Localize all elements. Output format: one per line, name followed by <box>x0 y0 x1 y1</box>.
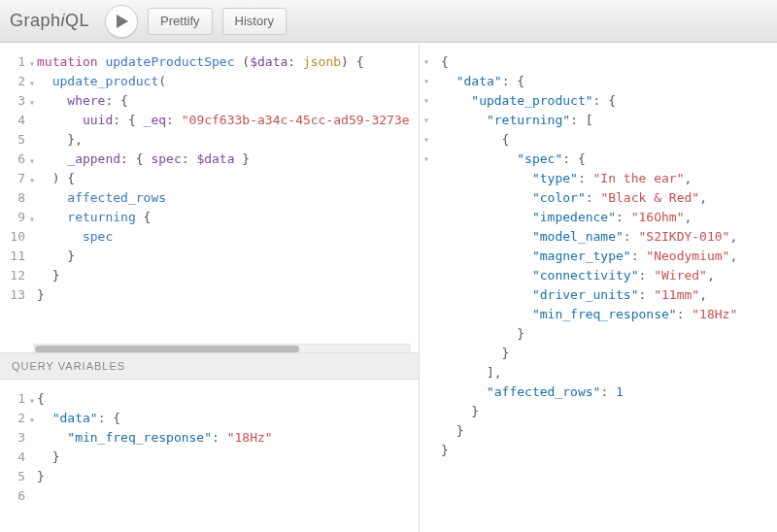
toolbar: GraphiQL Prettify History <box>0 0 777 43</box>
code-line: "min_freq_response": "18Hz" <box>441 305 769 324</box>
fold-marker-icon <box>420 285 433 305</box>
line-number: 6 <box>0 486 29 506</box>
code-line: } <box>441 344 769 363</box>
fold-marker-icon[interactable]: ▾ <box>420 52 433 72</box>
code-line: } <box>441 324 769 344</box>
fold-marker-icon[interactable]: ▾ <box>420 150 433 169</box>
code-line: { <box>441 52 769 72</box>
query-variables-header[interactable]: Query Variables <box>0 352 419 380</box>
code-line: where: { <box>37 91 419 111</box>
line-number: 7 <box>0 169 29 188</box>
code-line: ], <box>441 363 769 382</box>
editor-panel: 1▾2▾3▾456▾7▾89▾10111213 mutation updateP… <box>0 43 420 532</box>
line-number: 1 <box>0 52 29 72</box>
result-code: { "data": { "update_product": { "returni… <box>433 43 777 532</box>
line-number: 3 <box>0 91 29 111</box>
fold-marker-icon[interactable]: ▾ <box>29 54 35 74</box>
code-line: } <box>37 448 419 467</box>
query-editor[interactable]: 1▾2▾3▾456▾7▾89▾10111213 mutation updateP… <box>0 43 419 344</box>
code-line: } <box>37 285 419 305</box>
code-line: } <box>37 266 419 285</box>
line-number: 9 <box>0 208 29 227</box>
code-line: } <box>441 421 769 441</box>
fold-marker-icon <box>420 402 433 421</box>
code-line: ) { <box>37 169 419 188</box>
line-number: 5 <box>0 467 29 486</box>
fold-marker-icon[interactable]: ▾ <box>420 130 433 150</box>
fold-marker-icon[interactable]: ▾ <box>420 72 433 91</box>
line-number: 13 <box>0 285 29 305</box>
line-number: 3 <box>0 428 29 448</box>
line-number: 11 <box>0 247 29 266</box>
code-line: { <box>441 130 769 150</box>
code-line: } <box>441 402 769 421</box>
result-fold-gutter: ▾▾▾▾▾▾ <box>420 43 433 532</box>
fold-marker-icon <box>420 305 433 324</box>
code-line: "returning": [ <box>441 111 769 130</box>
line-number: 8 <box>0 188 29 208</box>
code-line: "model_name": "S2IKDY-010", <box>441 227 769 247</box>
fold-marker-icon[interactable]: ▾ <box>29 391 35 411</box>
fold-marker-icon[interactable]: ▾ <box>29 151 35 171</box>
code-line: "color": "Black & Red", <box>441 188 769 208</box>
fold-marker-icon[interactable]: ▾ <box>29 411 35 430</box>
code-line: } <box>37 467 419 486</box>
fold-marker-icon[interactable]: ▾ <box>420 91 433 111</box>
code-line: spec <box>37 227 419 247</box>
prettify-button[interactable]: Prettify <box>148 8 212 35</box>
code-line: "affected_rows": 1 <box>441 382 769 402</box>
graphiql-logo: GraphiQL <box>10 11 95 31</box>
query-hscrollbar[interactable] <box>33 344 411 352</box>
fold-marker-icon <box>420 169 433 188</box>
fold-marker-icon[interactable]: ▾ <box>29 74 35 93</box>
fold-marker-icon <box>420 324 433 344</box>
vars-gutter: 1▾2▾3456 <box>0 380 31 532</box>
fold-marker-icon[interactable]: ▾ <box>420 111 433 130</box>
query-code[interactable]: mutation updateProductSpec ($data: jsonb… <box>31 43 419 344</box>
line-number: 6 <box>0 150 29 169</box>
fold-marker-icon <box>420 363 433 382</box>
fold-marker-icon <box>420 208 433 227</box>
code-line: "min_freq_response": "18Hz" <box>37 428 419 448</box>
line-number: 4 <box>0 448 29 467</box>
line-number: 2 <box>0 72 29 91</box>
code-line: "update_product": { <box>441 91 769 111</box>
fold-marker-icon <box>420 421 433 441</box>
variables-editor[interactable]: 1▾2▾3456 { "data": { "min_freq_response"… <box>0 380 419 532</box>
execute-button[interactable] <box>105 5 138 38</box>
code-line: { <box>37 389 419 409</box>
main: 1▾2▾3▾456▾7▾89▾10111213 mutation updateP… <box>0 43 777 532</box>
fold-marker-icon[interactable]: ▾ <box>29 210 35 229</box>
code-line: returning { <box>37 208 419 227</box>
code-line: update_product( <box>37 72 419 91</box>
code-line: }, <box>37 130 419 150</box>
fold-marker-icon[interactable]: ▾ <box>29 171 35 190</box>
code-line: "impedence": "16Ohm", <box>441 208 769 227</box>
code-line <box>37 486 419 506</box>
play-icon <box>117 15 128 28</box>
code-line: "type": "In the ear", <box>441 169 769 188</box>
code-line: } <box>441 441 769 460</box>
history-button[interactable]: History <box>222 8 287 35</box>
line-number: 5 <box>0 130 29 150</box>
fold-marker-icon[interactable]: ▾ <box>29 93 35 113</box>
code-line: affected_rows <box>37 188 419 208</box>
code-line: "driver_units": "11mm", <box>441 285 769 305</box>
code-line: _append: { spec: $data } <box>37 150 419 169</box>
line-number: 12 <box>0 266 29 285</box>
code-line: "data": { <box>37 409 419 428</box>
fold-marker-icon <box>420 247 433 266</box>
vars-code[interactable]: { "data": { "min_freq_response": "18Hz" … <box>31 380 419 532</box>
query-gutter: 1▾2▾3▾456▾7▾89▾10111213 <box>0 43 31 344</box>
line-number: 10 <box>0 227 29 247</box>
fold-marker-icon <box>420 227 433 247</box>
code-line: uuid: { _eq: "09cf633b-a34c-45cc-ad59-32… <box>37 111 419 130</box>
line-number: 1 <box>0 389 29 409</box>
code-line: "data": { <box>441 72 769 91</box>
code-line: } <box>37 247 419 266</box>
result-panel: ▾▾▾▾▾▾ { "data": { "update_product": { "… <box>420 43 777 532</box>
fold-marker-icon <box>420 188 433 208</box>
line-number: 4 <box>0 111 29 130</box>
scrollbar-thumb[interactable] <box>35 346 299 352</box>
code-line: mutation updateProductSpec ($data: jsonb… <box>37 52 419 72</box>
